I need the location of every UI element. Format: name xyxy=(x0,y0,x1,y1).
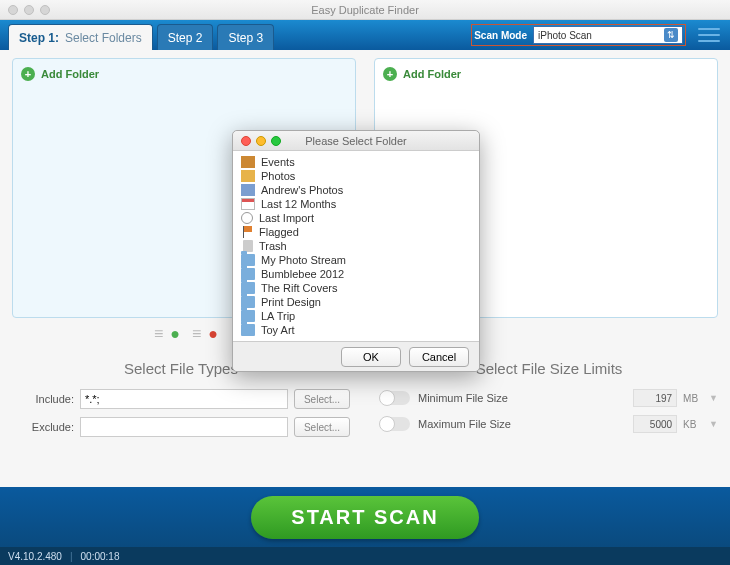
status-version: V4.10.2.480 xyxy=(8,551,62,562)
folder-item[interactable]: Flagged xyxy=(239,225,473,239)
window-title: Easy Duplicate Finder xyxy=(0,4,730,16)
cancel-button[interactable]: Cancel xyxy=(409,347,469,367)
tab-step1-label: Select Folders xyxy=(65,31,142,45)
tab-step1-num: Step 1: xyxy=(19,31,59,45)
faces-icon xyxy=(241,184,255,196)
exclude-select-button[interactable]: Select... xyxy=(294,417,350,437)
folder-item[interactable]: Last Import xyxy=(239,211,473,225)
folder-item[interactable]: My Photo Stream xyxy=(239,253,473,267)
add-folder-label: Add Folder xyxy=(403,68,461,80)
exclude-label: Exclude: xyxy=(12,421,74,433)
list-remove-button[interactable]: ● xyxy=(190,324,218,344)
file-types-section: Select File Types Include: Select... Exc… xyxy=(12,360,350,445)
start-bar: START SCAN xyxy=(0,487,730,547)
folder-item-label: Bumblebee 2012 xyxy=(261,268,344,280)
photos-icon xyxy=(241,170,255,182)
max-size-unit: KB xyxy=(683,419,705,430)
menu-icon[interactable] xyxy=(698,26,720,44)
scan-mode-value: iPhoto Scan xyxy=(538,30,592,41)
max-size-value[interactable]: 5000 xyxy=(633,415,677,433)
add-folder-label: Add Folder xyxy=(41,68,99,80)
window-titlebar: Easy Duplicate Finder xyxy=(0,0,730,20)
folder-item-label: Trash xyxy=(259,240,287,252)
max-size-label: Maximum File Size xyxy=(418,418,633,430)
folder-item[interactable]: Events xyxy=(239,155,473,169)
folder-item[interactable]: Andrew's Photos xyxy=(239,183,473,197)
chevron-down-icon[interactable]: ▼ xyxy=(709,419,718,429)
folder-item-label: Andrew's Photos xyxy=(261,184,343,196)
include-input[interactable] xyxy=(80,389,288,409)
folder-item-label: LA Trip xyxy=(261,310,295,322)
tab-step2[interactable]: Step 2 xyxy=(157,24,214,50)
dialog-footer: OK Cancel xyxy=(233,341,479,371)
tab-step1[interactable]: Step 1: Select Folders xyxy=(8,24,153,50)
min-size-toggle[interactable] xyxy=(380,391,410,405)
add-folder-include[interactable]: + Add Folder xyxy=(21,67,347,81)
folder-item-label: Photos xyxy=(261,170,295,182)
add-folder-exclude[interactable]: + Add Folder xyxy=(383,67,709,81)
calendar-icon xyxy=(241,198,255,210)
clock-icon xyxy=(241,212,253,224)
scan-mode-select[interactable]: iPhoto Scan ⇅ xyxy=(533,26,683,44)
folder-item[interactable]: Trash xyxy=(239,239,473,253)
scan-mode-label: Scan Mode xyxy=(474,30,527,41)
folder-item[interactable]: Print Design xyxy=(239,295,473,309)
folder-item[interactable]: Bumblebee 2012 xyxy=(239,267,473,281)
tab-step3[interactable]: Step 3 xyxy=(217,24,274,50)
select-folder-dialog: Please Select Folder Events Photos Andre… xyxy=(232,130,480,372)
folder-item[interactable]: Last 12 Months xyxy=(239,197,473,211)
exclude-row: Exclude: Select... xyxy=(12,417,350,437)
folder-item-label: Last Import xyxy=(259,212,314,224)
size-limits-section: Select File Size Limits Minimum File Siz… xyxy=(380,360,718,445)
min-size-value[interactable]: 197 xyxy=(633,389,677,407)
dialog-folder-list: Events Photos Andrew's Photos Last 12 Mo… xyxy=(233,151,479,341)
folder-item-label: Print Design xyxy=(261,296,321,308)
lower-options: Select File Types Include: Select... Exc… xyxy=(12,360,718,445)
max-size-toggle[interactable] xyxy=(380,417,410,431)
folder-item-label: Flagged xyxy=(259,226,299,238)
folder-item[interactable]: The Rift Covers xyxy=(239,281,473,295)
chevron-down-icon[interactable]: ▼ xyxy=(709,393,718,403)
scan-mode-group: Scan Mode iPhoto Scan ⇅ xyxy=(471,24,686,46)
dialog-titlebar: Please Select Folder xyxy=(233,131,479,151)
exclude-input[interactable] xyxy=(80,417,288,437)
status-separator: | xyxy=(70,551,73,562)
folder-item[interactable]: Toy Art xyxy=(239,323,473,337)
min-size-label: Minimum File Size xyxy=(418,392,633,404)
events-icon xyxy=(241,156,255,168)
list-add-button[interactable]: ● xyxy=(152,324,180,344)
chevron-updown-icon: ⇅ xyxy=(664,28,678,42)
min-size-row: Minimum File Size 197 MB ▼ xyxy=(380,389,718,407)
min-size-unit: MB xyxy=(683,393,705,404)
folder-item-label: Toy Art xyxy=(261,324,295,336)
folder-item-label: My Photo Stream xyxy=(261,254,346,266)
status-bar: V4.10.2.480 | 00:00:18 xyxy=(0,547,730,565)
start-scan-button[interactable]: START SCAN xyxy=(251,496,478,539)
include-row: Include: Select... xyxy=(12,389,350,409)
folder-item-label: Events xyxy=(261,156,295,168)
dialog-title: Please Select Folder xyxy=(233,135,479,147)
plus-icon: + xyxy=(383,67,397,81)
flag-icon xyxy=(241,226,253,238)
plus-icon: + xyxy=(21,67,35,81)
folder-item-label: Last 12 Months xyxy=(261,198,336,210)
top-bar: Step 1: Select Folders Step 2 Step 3 Sca… xyxy=(0,20,730,50)
folder-item[interactable]: LA Trip xyxy=(239,309,473,323)
status-time: 00:00:18 xyxy=(81,551,120,562)
folder-item-label: The Rift Covers xyxy=(261,282,337,294)
ok-button[interactable]: OK xyxy=(341,347,401,367)
include-label: Include: xyxy=(12,393,74,405)
folder-icon xyxy=(241,324,255,336)
folder-item[interactable]: Photos xyxy=(239,169,473,183)
include-select-button[interactable]: Select... xyxy=(294,389,350,409)
max-size-row: Maximum File Size 5000 KB ▼ xyxy=(380,415,718,433)
